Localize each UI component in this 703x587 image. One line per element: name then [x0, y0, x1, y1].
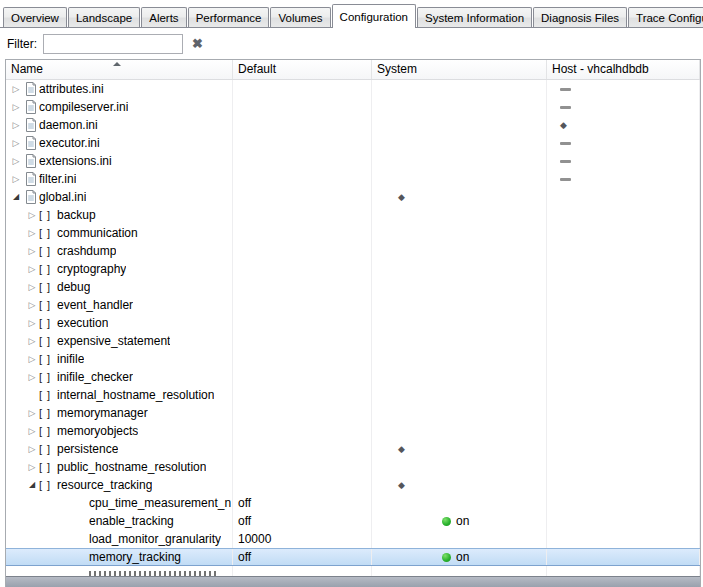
table-row[interactable]: ▷[ ]debug: [6, 278, 700, 296]
system-cell: [372, 260, 547, 278]
ini-file-icon: [23, 172, 39, 186]
host-cell: [547, 314, 700, 332]
host-cell: [547, 530, 700, 548]
table-row[interactable]: [ ]internal_hostname_resolution: [6, 386, 700, 404]
tree-collapsed-icon[interactable]: ▷: [25, 206, 39, 224]
table-row[interactable]: ▷[ ]cryptography: [6, 260, 700, 278]
indent-spacer: [6, 557, 89, 558]
table-row[interactable]: ▷[ ]communication: [6, 224, 700, 242]
table-row[interactable]: ▷[ ]inifile_checker: [6, 368, 700, 386]
tree-collapsed-icon[interactable]: ▷: [9, 98, 23, 116]
row-label: memorymanager: [57, 406, 148, 420]
table-row[interactable]: ▷[ ]inifile: [6, 350, 700, 368]
host-cell: [547, 368, 700, 386]
table-row[interactable]: ▷[ ]backup: [6, 206, 700, 224]
row-label: inifile_checker: [57, 370, 133, 384]
name-cell: ▷[ ]execution: [6, 314, 233, 332]
system-cell: [372, 152, 547, 170]
tab-alerts[interactable]: Alerts: [141, 7, 186, 27]
tree-expanded-icon[interactable]: ◢: [25, 476, 39, 494]
table-row[interactable]: ◢[ ]resource_tracking◆: [6, 476, 700, 494]
row-label: internal_hostname_resolution: [57, 388, 214, 402]
tree-expanded-icon[interactable]: ◢: [9, 188, 23, 206]
table-row[interactable]: ▷[ ]persistence◆: [6, 440, 700, 458]
tree-collapsed-icon[interactable]: ▷: [25, 422, 39, 440]
table-row[interactable]: ▷daemon.ini◆: [6, 116, 700, 134]
tab-diagnosis-files[interactable]: Diagnosis Files: [533, 7, 627, 27]
tree-collapsed-icon[interactable]: ▷: [25, 368, 39, 386]
default-value: [233, 152, 372, 170]
table-row[interactable]: cpu_time_measurement_noff: [6, 494, 700, 512]
table-row[interactable]: ▷attributes.ini: [6, 80, 700, 98]
column-header-label: Default: [238, 62, 276, 76]
tree-collapsed-icon[interactable]: ▷: [9, 170, 23, 188]
tree-collapsed-icon[interactable]: ▷: [25, 404, 39, 422]
host-cell: [547, 494, 700, 512]
tab-volumes[interactable]: Volumes: [270, 7, 330, 27]
system-cell: [372, 170, 547, 188]
tree-collapsed-icon[interactable]: ▷: [9, 134, 23, 152]
filter-input[interactable]: [43, 34, 183, 54]
column-header-default[interactable]: Default: [233, 60, 372, 79]
column-header-name[interactable]: Name: [6, 60, 233, 79]
tab-performance[interactable]: Performance: [188, 7, 270, 27]
table-row[interactable]: ▷[ ]memoryobjects: [6, 422, 700, 440]
tab-trace-configuration[interactable]: Trace Configuration: [628, 7, 703, 27]
table-row[interactable]: ▷[ ]execution: [6, 314, 700, 332]
tree-collapsed-icon[interactable]: ▷: [25, 242, 39, 260]
table-row[interactable]: ▷[ ]public_hostname_resolution: [6, 458, 700, 476]
tree-collapsed-icon[interactable]: ▷: [9, 152, 23, 170]
column-header-label: Name: [11, 62, 43, 76]
table-row[interactable]: ▷[ ]memorymanager: [6, 404, 700, 422]
table-row[interactable]: ◢global.ini◆: [6, 188, 700, 206]
tree-collapsed-icon[interactable]: ▷: [25, 440, 39, 458]
tree-collapsed-icon[interactable]: ▷: [9, 80, 23, 98]
system-value: on: [442, 514, 469, 528]
indent-spacer: [6, 395, 25, 396]
filter-bar: Filter: ✖: [0, 28, 703, 59]
system-cell: [372, 314, 547, 332]
table-row[interactable]: ▷[ ]crashdump: [6, 242, 700, 260]
default-value: [233, 278, 372, 296]
dash-icon: [560, 142, 571, 145]
row-label: persistence: [57, 442, 118, 456]
table-row[interactable]: ▷[ ]event_handler: [6, 296, 700, 314]
tree-collapsed-icon[interactable]: ▷: [25, 332, 39, 350]
indent-spacer: [6, 215, 25, 216]
table-row[interactable]: memory_trackingoffon: [6, 548, 700, 566]
system-cell: [372, 134, 547, 152]
tree-collapsed-icon[interactable]: ▷: [25, 314, 39, 332]
table-row[interactable]: ▷[ ]expensive_statement: [6, 332, 700, 350]
tab-configuration[interactable]: Configuration: [332, 4, 416, 28]
host-cell: [547, 476, 700, 494]
tree-collapsed-icon[interactable]: ▷: [25, 458, 39, 476]
table-row[interactable]: enable_trackingoffon: [6, 512, 700, 530]
tree-collapsed-icon[interactable]: ▷: [25, 278, 39, 296]
table-row[interactable]: ▷executor.ini: [6, 134, 700, 152]
row-label: compileserver.ini: [39, 100, 128, 114]
name-cell: ◢global.ini: [6, 188, 233, 206]
table-row[interactable]: ▷compileserver.ini: [6, 98, 700, 116]
clear-filter-icon[interactable]: ✖: [192, 37, 203, 50]
table-row[interactable]: ▷extensions.ini: [6, 152, 700, 170]
tab-overview[interactable]: Overview: [3, 7, 67, 27]
tree-collapsed-icon[interactable]: ▷: [9, 116, 23, 134]
tree-collapsed-icon[interactable]: ▷: [25, 224, 39, 242]
tab-system-information[interactable]: System Information: [417, 7, 532, 27]
table-row[interactable]: ▷filter.ini: [6, 170, 700, 188]
tab-landscape[interactable]: Landscape: [68, 7, 140, 27]
column-header-system[interactable]: System: [372, 60, 547, 79]
indent-spacer: [6, 449, 25, 450]
tab-bar: Overview Landscape Alerts Performance Vo…: [0, 0, 703, 28]
tree-collapsed-icon[interactable]: ▷: [25, 296, 39, 314]
dash-icon: [560, 106, 571, 109]
system-cell: on: [372, 549, 547, 565]
horizontal-scrollbar[interactable]: [6, 576, 700, 587]
section-brackets-icon: [ ]: [39, 443, 57, 455]
tree-collapsed-icon[interactable]: ▷: [25, 260, 39, 278]
system-cell: [372, 80, 547, 98]
table-row[interactable]: load_monitor_granularity10000: [6, 530, 700, 548]
tree-collapsed-icon[interactable]: ▷: [25, 350, 39, 368]
name-cell: cpu_time_measurement_n: [6, 494, 233, 512]
column-header-host[interactable]: Host - vhcalhdbdb: [547, 60, 700, 79]
